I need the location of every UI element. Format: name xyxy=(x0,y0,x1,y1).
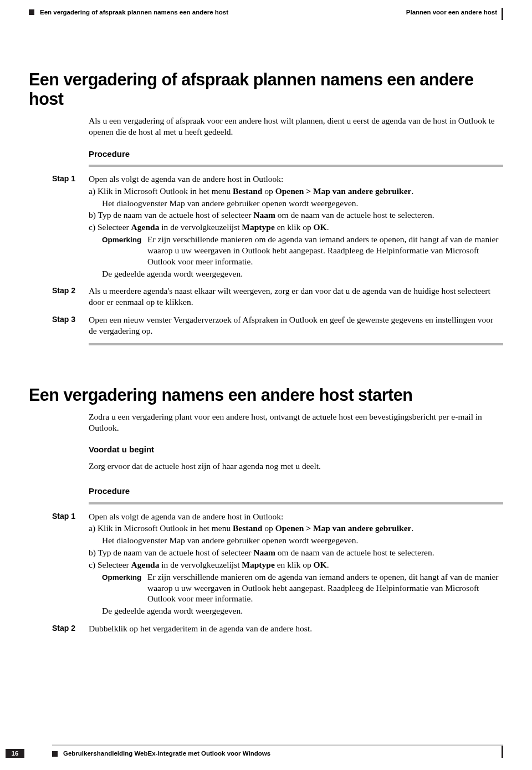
s2-step1-after: De gedeelde agenda wordt weergegeven. xyxy=(89,605,503,616)
footer-title: Gebruikershandleiding WebEx-integratie m… xyxy=(63,749,270,758)
step2-text: Als u meerdere agenda's naast elkaar wil… xyxy=(89,285,503,308)
step1-opm: Opmerking Er zijn verschillende manieren… xyxy=(89,234,503,267)
running-header: Een vergadering of afspraak plannen name… xyxy=(29,8,503,17)
s2-step1-text: Open als volgt de agenda van de andere h… xyxy=(89,511,503,522)
section2-before-head: Voordat u begint xyxy=(89,444,503,455)
footer-tick-icon xyxy=(502,746,503,758)
section1-title: Een vergadering of afspraak plannen name… xyxy=(29,70,503,109)
section2-title: Een vergadering namens een andere host s… xyxy=(29,385,503,405)
step-label: Stap 3 xyxy=(52,314,89,338)
section2-procedure-head: Procedure xyxy=(89,486,503,496)
section1-step1: Stap 1 Open als volgt de agenda van de a… xyxy=(52,174,503,280)
section1-rule-bottom xyxy=(89,343,503,345)
footer-rule xyxy=(52,744,503,746)
header-left-text: Een vergadering of afspraak plannen name… xyxy=(40,8,228,17)
section2-intro: Zodra u een vergadering plant voor een a… xyxy=(29,411,503,434)
section2-step2: Stap 2 Dubbelklik op het vergaderitem in… xyxy=(52,623,503,635)
step1-c: c) Selecteer Agenda in de vervolgkeuzeli… xyxy=(89,222,503,233)
s2-step1-b: b) Typ de naam van de actuele host of se… xyxy=(89,547,503,558)
step-label: Stap 2 xyxy=(52,623,89,635)
step-label: Stap 2 xyxy=(52,285,89,309)
section1-step3: Stap 3 Open een nieuw venster Vergaderve… xyxy=(52,314,503,338)
s2-step2-text: Dubbelklik op het vergaderitem in de age… xyxy=(89,623,503,634)
step1-a: a) Klik in Microsoft Outlook in het menu… xyxy=(89,186,503,197)
step-label: Stap 1 xyxy=(52,174,89,280)
step1-text: Open als volgt de agenda van de andere h… xyxy=(89,174,503,185)
page-footer: Gebruikershandleiding WebEx-integratie m… xyxy=(0,744,532,758)
s2-step1-opm: Opmerking Er zijn verschillende manieren… xyxy=(89,572,503,604)
s2-step1-a: a) Klik in Microsoft Outlook in het menu… xyxy=(89,523,503,534)
page-number: 16 xyxy=(6,749,24,758)
step1-b: b) Typ de naam van de actuele host of se… xyxy=(89,210,503,221)
opm-body: Er zijn verschillende manieren om de age… xyxy=(147,572,503,604)
step1-after: De gedeelde agenda wordt weergegeven. xyxy=(89,268,503,279)
s2-step1-a2: Het dialoogvenster Map van andere gebrui… xyxy=(89,535,503,546)
opm-label: Opmerking xyxy=(102,572,147,604)
section1-rule-top xyxy=(89,165,503,167)
footer-marker-icon xyxy=(52,751,58,757)
section2-before-text: Zorg ervoor dat de actuele host zijn of … xyxy=(29,461,503,472)
opm-label: Opmerking xyxy=(102,234,147,267)
section2-rule-top xyxy=(89,502,503,504)
opm-body: Er zijn verschillende manieren om de age… xyxy=(147,234,503,267)
step-label: Stap 1 xyxy=(52,511,89,618)
header-tick-icon xyxy=(502,8,503,20)
header-right-text: Plannen voor een andere host xyxy=(406,8,497,17)
section1-procedure-head: Procedure xyxy=(89,149,503,159)
s2-step1-c: c) Selecteer Agenda in de vervolgkeuzeli… xyxy=(89,559,503,570)
step3-text: Open een nieuw venster Vergaderverzoek o… xyxy=(89,314,503,336)
section2-step1: Stap 1 Open als volgt de agenda van de a… xyxy=(52,511,503,618)
section1-step2: Stap 2 Als u meerdere agenda's naast elk… xyxy=(52,285,503,309)
section1-intro: Als u een vergadering of afspraak voor e… xyxy=(29,115,503,137)
header-marker-icon xyxy=(29,9,34,15)
step1-a2: Het dialoogvenster Map van andere gebrui… xyxy=(89,198,503,209)
